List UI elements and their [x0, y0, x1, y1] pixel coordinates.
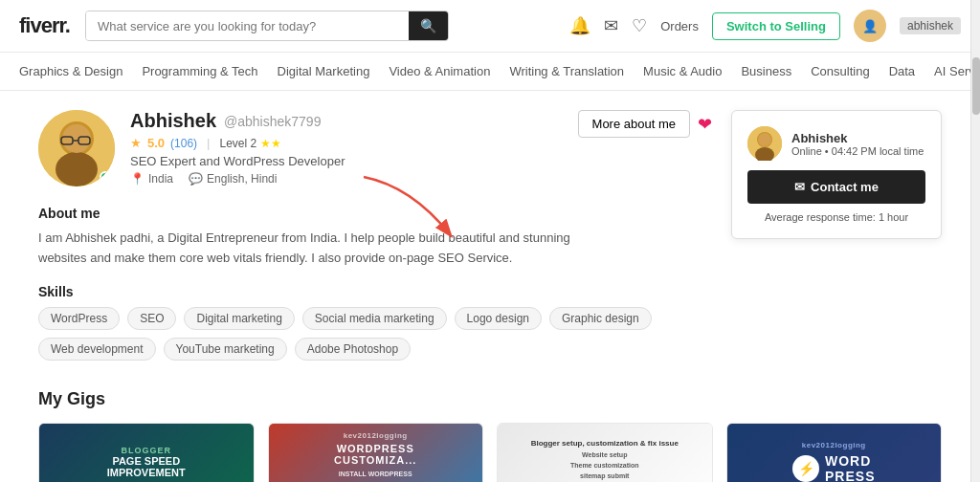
contact-btn-label: Contact me [811, 180, 879, 194]
gig-card-4[interactable]: kev2012logging ⚡ WORD PRESS SPEED OPTIMI… [726, 423, 943, 482]
nav-item-music[interactable]: Music & Audio [643, 62, 722, 80]
gig-card-2[interactable]: kev2012logging WORDPRESSCUSTOMIZA... INS… [268, 423, 484, 482]
skills-title: Skills [38, 284, 712, 299]
contact-card: Abhishek Online • 04:42 PM local time ✉ … [731, 110, 942, 239]
nav-item-business[interactable]: Business [741, 62, 791, 80]
location-icon: 📍 [130, 172, 145, 186]
response-time: Average response time: 1 hour [747, 211, 925, 223]
notification-icon[interactable]: 🔔 [569, 15, 590, 36]
nav-item-writing[interactable]: Writing & Translation [509, 62, 624, 80]
skill-seo[interactable]: SEO [127, 307, 176, 330]
message-send-icon: ✉ [794, 180, 805, 194]
gig-card-1[interactable]: BLOGGER PAGE SPEEDIMPROVEMENT 49 86 100 … [38, 423, 255, 482]
skill-web-dev[interactable]: Web development [38, 338, 156, 361]
badge-icon: ★★ [260, 137, 281, 150]
fiverr-logo: fiverr. [19, 13, 70, 38]
gig-thumb-3: Blogger setup, customization & fix issue… [498, 424, 712, 482]
gigs-title: My Gigs [38, 389, 942, 409]
country-meta: 📍 India [130, 172, 173, 186]
orders-label[interactable]: Orders [660, 19, 699, 33]
logo-text: fiverr. [19, 13, 70, 37]
gig-thumb-4: kev2012logging ⚡ WORD PRESS SPEED OPTIMI… [727, 424, 942, 482]
chat-icon: 💬 [189, 172, 203, 186]
about-title: About me [38, 206, 712, 221]
about-text: I am Abhishek padhi, a Digital Entrepren… [38, 229, 574, 269]
profile-meta: 📍 India 💬 English, Hindi [130, 172, 563, 186]
contact-info: Abhishek Online • 04:42 PM local time [791, 131, 924, 157]
contact-me-button[interactable]: ✉ Contact me [747, 170, 925, 204]
svg-point-10 [758, 133, 771, 146]
online-indicator [100, 171, 111, 183]
user-avatar[interactable]: 👤 [854, 10, 886, 42]
heart-icon[interactable]: ♡ [632, 15, 647, 36]
rating-row: ★ 5.0 (106) | Level 2 ★★ [130, 136, 563, 150]
main-content: Abhishek @abhishek7799 ★ 5.0 (106) | Lev… [0, 91, 980, 482]
nav-item-programming[interactable]: Programming & Tech [142, 62, 257, 80]
rating-value: 5.0 [147, 136, 165, 150]
profile-info: Abhishek @abhishek7799 ★ 5.0 (106) | Lev… [130, 110, 563, 186]
gigs-grid: BLOGGER PAGE SPEEDIMPROVEMENT 49 86 100 … [38, 423, 942, 482]
profile-avatar [38, 110, 115, 186]
contact-name: Abhishek [791, 131, 924, 145]
scrollbar-thumb[interactable] [972, 57, 980, 115]
nav-item-consulting[interactable]: Consulting [811, 62, 869, 80]
profile-actions: More about me ❤ [578, 110, 712, 138]
main-nav: Graphics & Design Programming & Tech Dig… [0, 53, 980, 91]
nav-item-data[interactable]: Data [889, 62, 915, 80]
contact-card-header: Abhishek Online • 04:42 PM local time [747, 126, 925, 161]
stars-icon: ★ [130, 136, 142, 150]
skill-youtube[interactable]: YouTube marketing [164, 338, 287, 361]
contact-status: Online • 04:42 PM local time [791, 145, 924, 157]
contact-avatar [747, 126, 782, 161]
gigs-section: My Gigs BLOGGER PAGE SPEEDIMPROVEMENT 49… [38, 389, 942, 482]
about-section: About me I am Abhishek padhi, a Digital … [38, 206, 712, 269]
search-bar: 🔍 [85, 11, 449, 41]
skill-logo[interactable]: Logo design [455, 307, 542, 330]
skill-social-media[interactable]: Social media marketing [302, 307, 447, 330]
scrollbar-track [970, 0, 980, 482]
profile-top: Abhishek @abhishek7799 ★ 5.0 (106) | Lev… [38, 110, 712, 186]
search-button[interactable]: 🔍 [409, 11, 448, 40]
skill-digital-marketing[interactable]: Digital marketing [184, 307, 294, 330]
more-about-button[interactable]: More about me [578, 110, 690, 138]
svg-point-3 [62, 124, 91, 153]
level-text: Level 2 [219, 137, 256, 150]
gig-card-3[interactable]: Blogger setup, customization & fix issue… [497, 423, 713, 482]
skills-section: Skills WordPress SEO Digital marketing S… [38, 284, 712, 361]
nav-item-video[interactable]: Video & Animation [389, 62, 490, 80]
header: fiverr. 🔍 🔔 ✉ ♡ Orders Switch to Selling… [0, 0, 980, 53]
skill-wordpress[interactable]: WordPress [38, 307, 120, 330]
nav-item-digital-marketing[interactable]: Digital Marketing [278, 62, 370, 80]
profile-handle: @abhishek7799 [224, 114, 321, 129]
user-name-tag: abhishek [900, 17, 961, 34]
header-icons: 🔔 ✉ ♡ Orders Switch to Selling 👤 abhishe… [569, 10, 961, 42]
switch-selling-button[interactable]: Switch to Selling [712, 12, 840, 40]
svg-point-2 [56, 152, 98, 186]
level-badge: Level 2 ★★ [219, 137, 281, 150]
languages-text: English, Hindi [207, 172, 277, 186]
message-icon[interactable]: ✉ [604, 15, 618, 36]
profile-title: SEO Expert and WordPress Developer [130, 154, 563, 168]
skill-photoshop[interactable]: Adobe Photoshop [295, 338, 411, 361]
favorite-button[interactable]: ❤ [698, 114, 712, 135]
profile-name: Abhishek [130, 110, 216, 132]
country-text: India [148, 172, 173, 186]
language-meta: 💬 English, Hindi [189, 172, 277, 186]
search-input[interactable] [86, 11, 409, 40]
skill-graphic[interactable]: Graphic design [549, 307, 652, 330]
rating-count[interactable]: (106) [170, 137, 197, 150]
nav-item-graphics[interactable]: Graphics & Design [19, 62, 122, 80]
skills-list: WordPress SEO Digital marketing Social m… [38, 307, 712, 361]
gig-thumb-2: kev2012logging WORDPRESSCUSTOMIZA... INS… [269, 424, 483, 482]
gig-thumb-1: BLOGGER PAGE SPEEDIMPROVEMENT 49 86 100 [39, 424, 254, 482]
